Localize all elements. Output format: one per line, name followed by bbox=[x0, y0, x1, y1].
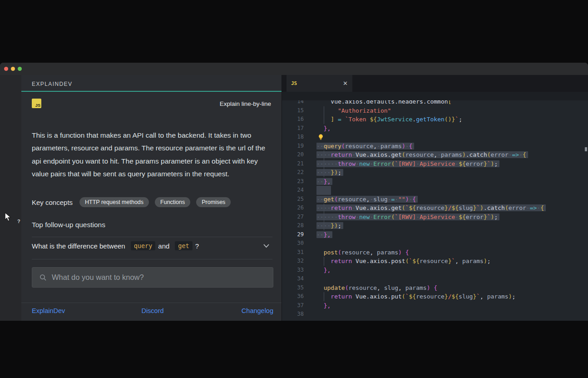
line-number: 15 bbox=[282, 106, 304, 115]
app-window: ? EXPLAINDEV JS Explain line-by-line Thi… bbox=[0, 63, 588, 321]
line-number: 38 bbox=[282, 310, 304, 319]
cursor-arrow-icon bbox=[5, 212, 11, 222]
indent-guide bbox=[324, 168, 324, 177]
chevron-down-icon bbox=[263, 244, 270, 248]
cursor-help-hint: ? bbox=[17, 219, 20, 224]
line-number: 37 bbox=[282, 301, 304, 310]
key-concepts-row: Key concepts HTTP request methodsFunctio… bbox=[32, 197, 231, 207]
key-concept-pill[interactable]: Functions bbox=[155, 197, 190, 207]
editor-tab[interactable]: JS ✕ bbox=[287, 75, 352, 92]
indent-guide bbox=[324, 159, 324, 169]
code-line: 16 ] = `Token ${JwtService.getToken()}`; bbox=[282, 115, 588, 124]
key-concept-pills: HTTP request methodsFunctionsPromises bbox=[79, 197, 231, 207]
followup-question-row[interactable]: What is the difference between query and… bbox=[32, 241, 272, 250]
key-concept-pill[interactable]: Promises bbox=[196, 197, 231, 207]
line-number: 20 bbox=[282, 150, 304, 159]
followup-questions-label: Top follow-up questions bbox=[32, 221, 105, 229]
zoom-window-button[interactable] bbox=[18, 67, 22, 71]
code-editor[interactable]: JS ✕ 14 Vue.axios.defaults.headers.commo… bbox=[282, 75, 588, 321]
code-lines: 14 Vue.axios.defaults.headers.common[15 … bbox=[282, 100, 588, 319]
line-number: 25 bbox=[282, 195, 304, 204]
indent-guide bbox=[324, 115, 324, 124]
code-line: 33 }, bbox=[282, 266, 588, 275]
indent-guide bbox=[324, 106, 324, 115]
code-line: 29··}, bbox=[282, 230, 588, 239]
line-number: 26 bbox=[282, 204, 304, 213]
footer-link-discord[interactable]: Discord bbox=[141, 307, 163, 314]
close-window-button[interactable] bbox=[4, 67, 8, 71]
code-line: 22····}); bbox=[282, 168, 588, 177]
explanation-text: This is a function that makes an API cal… bbox=[32, 129, 273, 181]
line-number: 21 bbox=[282, 159, 304, 169]
footer-divider bbox=[21, 303, 282, 303]
lightbulb-icon[interactable] bbox=[318, 134, 323, 144]
indent-guide bbox=[324, 292, 324, 301]
code-line: 27······throw·new·Error(`[RWV]·ApiServic… bbox=[282, 213, 588, 222]
line-number: 30 bbox=[282, 239, 304, 248]
close-tab-icon[interactable]: ✕ bbox=[343, 80, 348, 86]
line-number: 33 bbox=[282, 266, 304, 275]
line-number: 22 bbox=[282, 168, 304, 177]
indent-guide bbox=[324, 221, 324, 230]
code-line: 28····}); bbox=[282, 221, 588, 230]
code-line: 35 update(resource, slug, params) { bbox=[282, 284, 588, 293]
line-number: 18 bbox=[282, 133, 304, 142]
panel-accent-rule bbox=[21, 91, 282, 92]
question-code-chip-get: get bbox=[175, 241, 192, 250]
code-line: 23··}, bbox=[282, 177, 588, 186]
footer-link-explaindev[interactable]: ExplainDev bbox=[32, 307, 65, 314]
line-number: 32 bbox=[282, 257, 304, 266]
code-line: 18 bbox=[282, 133, 588, 142]
code-viewport[interactable]: 14 Vue.axios.defaults.headers.common[15 … bbox=[282, 100, 588, 321]
code-line: 38 bbox=[282, 310, 588, 319]
code-line: 30 bbox=[282, 239, 588, 248]
indent-guide bbox=[324, 257, 324, 266]
line-number: 23 bbox=[282, 177, 304, 186]
explain-mode-label: Explain line-by-line bbox=[220, 100, 271, 107]
line-number: 14 bbox=[282, 100, 304, 106]
code-line: 14 Vue.axios.defaults.headers.common[ bbox=[282, 100, 588, 106]
question-text-suffix: ? bbox=[195, 242, 199, 250]
code-line: 21······throw·new·Error(`[RWV]·ApiServic… bbox=[282, 159, 588, 169]
mouse-cursor: ? bbox=[5, 212, 25, 228]
code-line: 34 bbox=[282, 274, 588, 284]
key-concepts-label: Key concepts bbox=[32, 199, 73, 206]
code-line: 25··get(resource,·slug·=·"")·{ bbox=[282, 195, 588, 204]
js-file-icon: JS bbox=[291, 80, 297, 86]
search-icon bbox=[40, 274, 47, 281]
line-number: 19 bbox=[282, 142, 304, 151]
explaindev-panel: EXPLAINDEV JS Explain line-by-line This … bbox=[21, 75, 282, 321]
divider bbox=[32, 259, 272, 259]
language-badge: JS bbox=[32, 99, 41, 108]
ask-question-input[interactable] bbox=[51, 273, 273, 282]
titlebar bbox=[0, 63, 588, 75]
scrollbar-thumb[interactable] bbox=[585, 147, 587, 151]
footer-link-changelog[interactable]: Changelog bbox=[242, 307, 273, 314]
question-text-middle: and bbox=[158, 242, 169, 250]
line-number: 34 bbox=[282, 274, 304, 284]
code-line: 19··query(resource,·params)·{ bbox=[282, 142, 588, 151]
divider bbox=[32, 237, 272, 237]
code-line: 36 return Vue.axios.put(`${resource}/${s… bbox=[282, 292, 588, 301]
code-line: 26····return·Vue.axios.get(`${resource}/… bbox=[282, 204, 588, 213]
line-number: 36 bbox=[282, 292, 304, 301]
line-number: 31 bbox=[282, 248, 304, 257]
line-number: 24 bbox=[282, 186, 304, 195]
code-line: 31 post(resource, params) { bbox=[282, 248, 588, 257]
line-number: 35 bbox=[282, 284, 304, 293]
code-line: 17 }, bbox=[282, 124, 588, 133]
question-text-prefix: What is the difference between bbox=[32, 242, 125, 250]
panel-title: EXPLAINDEV bbox=[32, 81, 72, 87]
minimize-window-button[interactable] bbox=[11, 67, 15, 71]
code-line: 15 "Authorization" bbox=[282, 106, 588, 115]
code-line: 37 }, bbox=[282, 301, 588, 310]
ask-question-field[interactable] bbox=[32, 267, 273, 288]
activity-strip: ? bbox=[0, 75, 21, 321]
editor-tab-bar: JS ✕ bbox=[282, 75, 588, 92]
line-number: 27 bbox=[282, 213, 304, 222]
line-number: 16 bbox=[282, 115, 304, 124]
question-code-chip-query: query bbox=[131, 241, 156, 250]
indent-guide bbox=[324, 204, 324, 213]
key-concept-pill[interactable]: HTTP request methods bbox=[79, 197, 149, 207]
indent-guide bbox=[324, 150, 324, 159]
